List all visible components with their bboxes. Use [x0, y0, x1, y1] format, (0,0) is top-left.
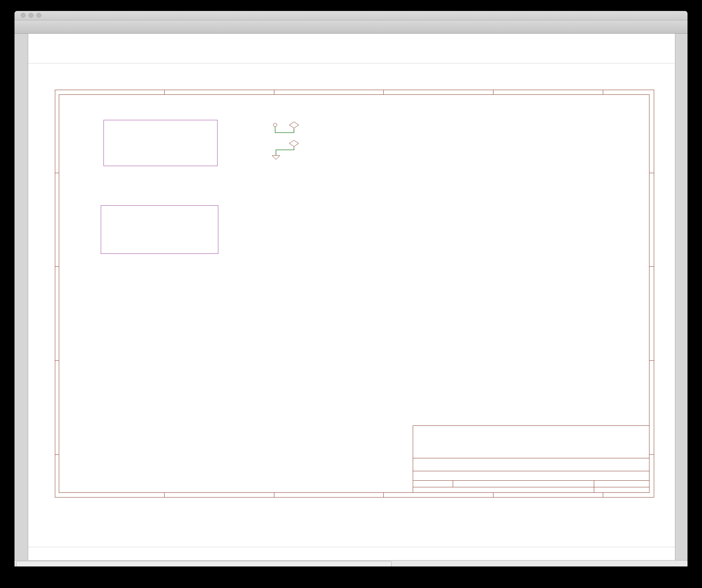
sheet-symbol-modulea[interactable]	[103, 120, 218, 166]
vdd-power-symbol[interactable]	[274, 123, 277, 127]
title-block-lines	[413, 426, 649, 493]
status-message	[16, 561, 392, 566]
worksheet-drawing	[28, 34, 675, 560]
status-bar	[15, 560, 687, 566]
left-toolbar	[15, 34, 28, 560]
top-toolbar	[15, 20, 687, 34]
right-toolbar	[675, 34, 687, 560]
wire-vdd-pwrflag[interactable]	[275, 127, 294, 133]
gnd-power-symbol[interactable]	[272, 156, 280, 159]
zoom-button[interactable]	[36, 13, 41, 18]
minimize-button[interactable]	[29, 13, 33, 18]
schematic-canvas[interactable]	[28, 34, 675, 560]
pwr-flag-symbol-1[interactable]	[289, 122, 299, 128]
pwr-flag-symbol-2[interactable]	[289, 140, 299, 147]
close-button[interactable]	[21, 13, 25, 18]
eeschema-window	[15, 11, 687, 566]
sheet-symbol-moduleb[interactable]	[101, 205, 218, 254]
titlebar[interactable]	[15, 11, 687, 20]
wire-gnd-pwrflag[interactable]	[276, 148, 294, 156]
desktop-background	[0, 0, 702, 588]
window-controls	[21, 13, 41, 18]
